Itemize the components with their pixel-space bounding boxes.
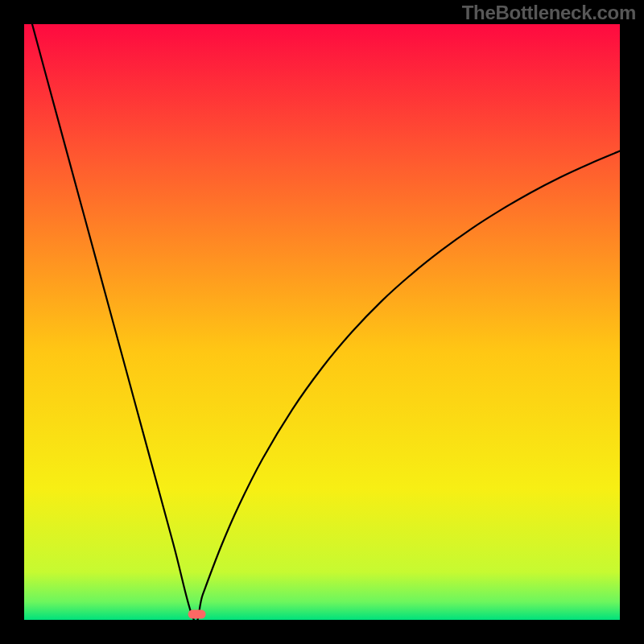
plot-area <box>24 24 620 620</box>
optimal-marker-shape <box>188 610 206 619</box>
optimal-point-marker <box>188 610 206 619</box>
watermark-text: TheBottleneck.com <box>462 2 636 24</box>
chart-frame: TheBottleneck.com <box>0 0 644 644</box>
bottleneck-chart <box>24 24 620 620</box>
